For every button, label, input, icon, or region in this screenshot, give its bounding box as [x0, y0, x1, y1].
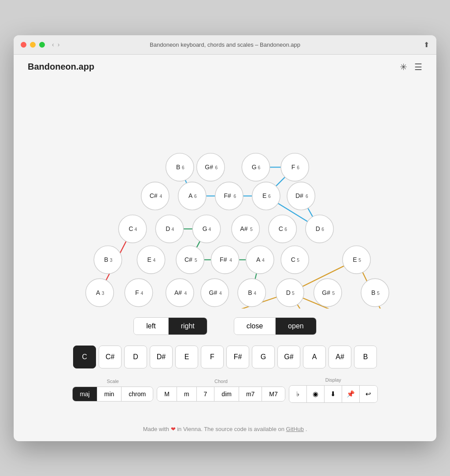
display-btn-2[interactable]: ⬇ — [325, 386, 342, 402]
share-button[interactable]: ⬆ — [424, 41, 429, 49]
note-btn-A[interactable]: A — [303, 346, 326, 368]
nav-arrows: ‹ › — [52, 41, 59, 48]
key-D4[interactable]: D4 — [155, 215, 183, 242]
open-button-bellows[interactable]: open — [276, 318, 316, 335]
key-A4[interactable]: A4 — [246, 245, 274, 273]
key-C4[interactable]: C4 — [118, 215, 146, 242]
note-btn-Csharp[interactable]: C# — [99, 346, 122, 368]
chord-btn-M[interactable]: M — [157, 387, 177, 401]
svg-text:A#: A# — [174, 289, 182, 296]
display-btn-1[interactable]: ◉ — [307, 386, 325, 402]
chord-btn-7[interactable]: 7 — [197, 387, 215, 401]
note-btn-Gsharp[interactable]: G# — [277, 346, 300, 368]
note-btn-Fsharp[interactable]: F# — [226, 346, 249, 368]
github-link[interactable]: GitHub — [286, 426, 304, 432]
chord-btn-M7[interactable]: M7 — [262, 387, 284, 401]
key-F#6[interactable]: F#6 — [215, 182, 243, 209]
key-G#4[interactable]: G#4 — [201, 279, 229, 306]
scale-btn-min[interactable]: min — [97, 387, 122, 401]
svg-text:C#: C# — [184, 256, 192, 263]
key-G4[interactable]: G4 — [192, 215, 220, 242]
heart-icon: ❤ — [171, 426, 176, 432]
footer-text-before: Made with — [143, 426, 169, 432]
key-B6[interactable]: B6 — [166, 153, 194, 181]
note-btn-B[interactable]: B — [354, 346, 377, 368]
brightness-icon[interactable]: ✳ — [400, 62, 407, 72]
svg-text:3: 3 — [110, 258, 113, 263]
chord-btn-dim[interactable]: dim — [214, 387, 239, 401]
svg-text:6: 6 — [194, 194, 197, 199]
key-F4[interactable]: F4 — [125, 279, 152, 306]
forward-arrow[interactable]: › — [58, 41, 60, 48]
close-button-bellows[interactable]: close — [234, 318, 276, 335]
key-B3[interactable]: B3 — [94, 245, 122, 273]
display-btn-4[interactable]: ↩ — [360, 386, 377, 402]
chord-btn-m7[interactable]: m7 — [239, 387, 262, 401]
display-btn-0[interactable]: ♭ — [289, 386, 307, 402]
note-btn-F[interactable]: F — [201, 346, 224, 368]
note-btn-D[interactable]: D — [124, 346, 147, 368]
key-G#5[interactable]: G#5 — [314, 279, 342, 306]
key-A6[interactable]: A6 — [178, 182, 206, 209]
svg-text:F: F — [291, 164, 295, 171]
minimize-button[interactable] — [30, 42, 36, 48]
menu-icon[interactable]: ☰ — [414, 62, 422, 72]
key-C6[interactable]: C6 — [269, 215, 296, 242]
svg-text:6: 6 — [306, 194, 308, 199]
bellows-control: close open — [234, 317, 317, 335]
key-C#5[interactable]: C#5 — [176, 245, 204, 273]
key-G#6[interactable]: G#6 — [197, 153, 225, 181]
scale-label: Scale — [107, 379, 119, 384]
note-btn-Asharp[interactable]: A# — [328, 346, 351, 368]
chord-buttons: Mm7dimm7M7 — [157, 387, 285, 402]
svg-text:G: G — [203, 225, 207, 232]
left-button[interactable]: left — [134, 318, 168, 335]
svg-text:G: G — [252, 164, 257, 171]
right-button[interactable]: right — [169, 318, 207, 335]
note-btn-C[interactable]: C — [73, 346, 96, 368]
key-C#4[interactable]: C#4 — [141, 182, 169, 209]
svg-text:D: D — [286, 289, 291, 296]
svg-text:G#: G# — [322, 289, 330, 296]
key-A#4[interactable]: A#4 — [166, 279, 194, 306]
svg-text:5: 5 — [292, 290, 295, 295]
svg-text:C#: C# — [150, 192, 158, 199]
svg-text:6: 6 — [268, 194, 271, 199]
display-btn-3[interactable]: 📌 — [342, 386, 360, 402]
key-E5[interactable]: E5 — [343, 245, 370, 273]
key-G6[interactable]: G6 — [242, 153, 269, 181]
key-E6[interactable]: E6 — [252, 182, 280, 209]
svg-text:C: C — [129, 225, 133, 232]
key-F#4[interactable]: F#4 — [211, 245, 239, 273]
key-D6[interactable]: D6 — [306, 215, 333, 242]
note-btn-G[interactable]: G — [252, 346, 275, 368]
keyboard-area: B6G#6G6F6C#4A6F#6E6D#6C4D4G4A#5C6D6B3E4C… — [28, 79, 422, 309]
svg-text:4: 4 — [184, 290, 187, 295]
svg-text:E: E — [353, 256, 357, 263]
svg-text:A: A — [96, 289, 100, 296]
key-E4[interactable]: E4 — [137, 245, 165, 273]
key-C5[interactable]: C5 — [281, 245, 309, 273]
maximize-button[interactable] — [39, 42, 45, 48]
note-btn-E[interactable]: E — [175, 346, 198, 368]
svg-text:4: 4 — [153, 258, 156, 263]
key-A3[interactable]: A3 — [86, 279, 114, 306]
key-D#6[interactable]: D#6 — [287, 182, 315, 209]
note-btn-Dsharp[interactable]: D# — [150, 346, 173, 368]
svg-text:F#: F# — [220, 256, 227, 263]
key-D5[interactable]: D5 — [276, 279, 304, 306]
svg-text:G#: G# — [209, 289, 218, 296]
key-B5[interactable]: B5 — [361, 279, 389, 306]
scale-btn-chrom[interactable]: chrom — [122, 387, 153, 401]
svg-text:G#: G# — [205, 164, 213, 171]
chord-btn-m[interactable]: m — [177, 387, 197, 401]
scale-btn-maj[interactable]: maj — [73, 387, 97, 401]
display-buttons: ♭◉⬇📌↩ — [289, 385, 378, 403]
back-arrow[interactable]: ‹ — [52, 41, 54, 48]
key-B4[interactable]: B4 — [238, 279, 266, 306]
chord-label: Chord — [214, 379, 228, 384]
svg-text:E: E — [148, 256, 151, 263]
close-button[interactable] — [21, 42, 26, 48]
key-F6[interactable]: F6 — [281, 153, 309, 181]
key-A#5[interactable]: A#5 — [232, 215, 259, 242]
